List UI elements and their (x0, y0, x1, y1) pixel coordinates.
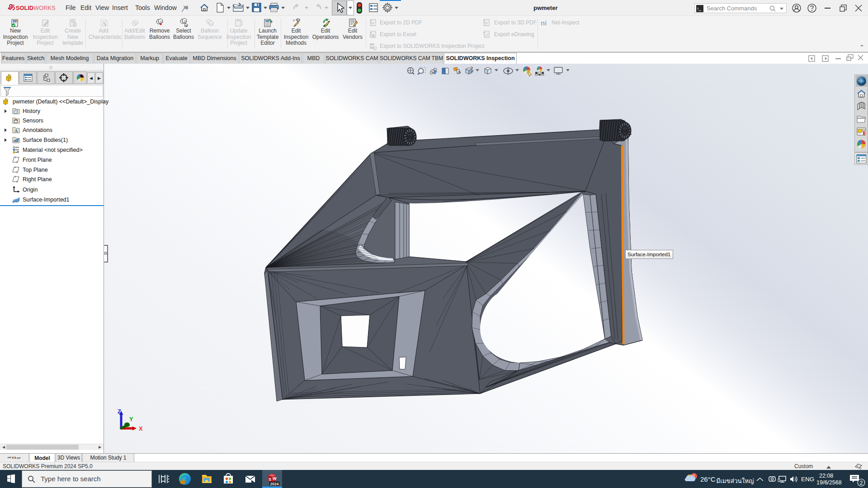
svg-text:2024: 2024 (270, 482, 279, 486)
svg-text:A: A (14, 128, 18, 133)
svg-text:11: 11 (160, 20, 163, 23)
svg-text:W: W (273, 476, 277, 481)
svg-text:11: 11 (184, 20, 187, 23)
svg-text:SOLIDWORKS: SOLIDWORKS (16, 5, 55, 11)
svg-text:ni: ni (541, 19, 547, 27)
svg-text:11: 11 (135, 22, 138, 24)
svg-text:PDF: PDF (484, 23, 489, 26)
svg-text:PDF: PDF (370, 23, 376, 26)
svg-text:A: A (458, 70, 461, 75)
svg-text:X: X (371, 35, 373, 38)
svg-text:23: 23 (210, 23, 213, 25)
svg-text:2: 2 (860, 480, 863, 486)
svg-text:S: S (269, 477, 271, 482)
